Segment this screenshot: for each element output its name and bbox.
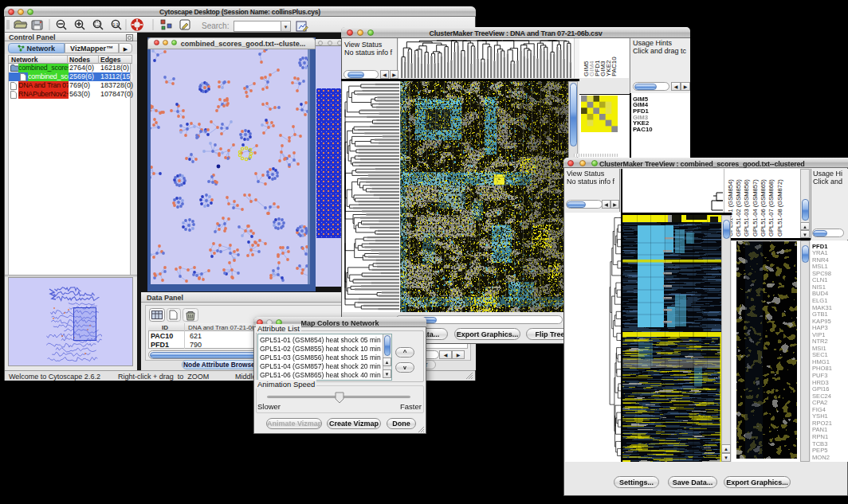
svg-text:GPL51-08 (GSM872): GPL51-08 (GSM872) [776,179,783,236]
svg-text:GPL51-03 (GSM856): GPL51-03 (GSM856) [743,179,750,236]
svg-text:MON2: MON2 [812,454,830,461]
svg-text:PAC10: PAC10 [610,57,618,76]
svg-text:1:1: 1:1 [113,22,119,27]
svg-text:GPL51-02 (GSM855): GPL51-02 (GSM855) [735,179,742,236]
svg-text:GPL51-07 (GSM868): GPL51-07 (GSM868) [768,179,775,236]
svg-text:GPL51-04 (GSM857): GPL51-04 (GSM857) [752,179,759,236]
svg-text:GPL51-06 (GSM865): GPL51-06 (GSM865) [760,179,767,236]
